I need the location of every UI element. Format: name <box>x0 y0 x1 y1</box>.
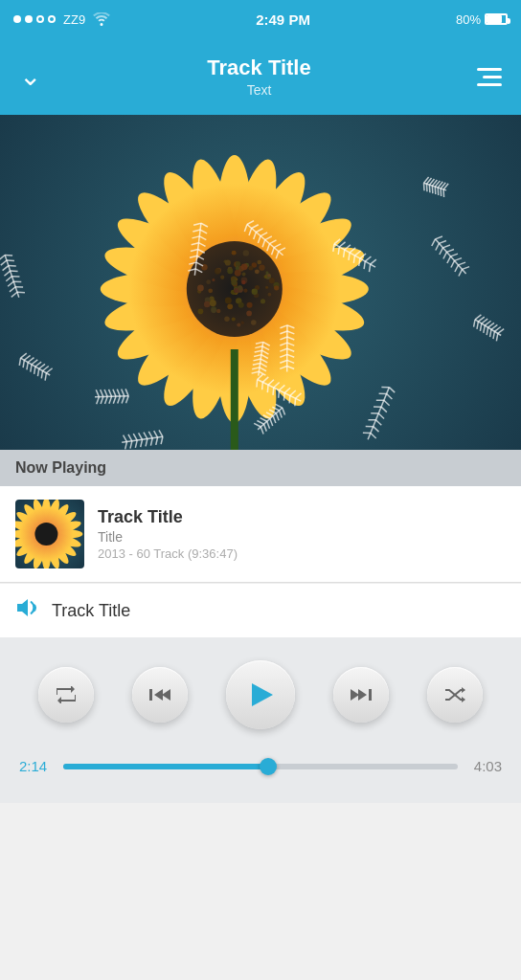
svg-rect-0 <box>149 689 152 701</box>
now-playing-header: Now Playing <box>0 450 521 486</box>
current-track-row: Track Title <box>0 583 521 637</box>
signal-dot-1 <box>13 15 21 23</box>
album-art <box>0 115 521 450</box>
track-info-row: Track Title Title 2013 - 60 Track (9:36:… <box>0 486 521 583</box>
progress-section: 2:14 4:03 <box>19 750 502 793</box>
album-art-canvas <box>0 115 521 450</box>
back-chevron-button[interactable]: ⌄ <box>19 63 41 90</box>
header-subtitle: Text <box>207 82 310 98</box>
battery-indicator: 80% <box>456 12 508 27</box>
total-time-label: 4:03 <box>467 758 502 774</box>
status-left: ZZ9 <box>13 12 110 27</box>
battery-percent: 80% <box>456 12 481 27</box>
wifi-icon <box>93 12 110 26</box>
menu-line-2 <box>483 76 502 78</box>
svg-rect-3 <box>369 689 372 701</box>
svg-marker-5 <box>351 689 359 701</box>
svg-marker-4 <box>358 689 367 701</box>
repeat-icon <box>56 686 77 703</box>
play-button[interactable] <box>226 660 295 729</box>
svg-marker-2 <box>162 689 170 701</box>
track-details: Track Title Title 2013 - 60 Track (9:36:… <box>98 507 238 561</box>
progress-bar[interactable] <box>63 764 458 769</box>
controls-buttons <box>19 660 502 729</box>
now-playing-section: Now Playing Track Title Title 2013 - 60 … <box>0 450 521 637</box>
rewind-icon <box>149 686 170 703</box>
battery-fill <box>487 15 502 23</box>
menu-line-3 <box>477 83 502 86</box>
signal-dot-2 <box>25 15 33 23</box>
track-name: Track Title <box>98 507 238 527</box>
status-bar: ZZ9 2:49 PM 80% <box>0 0 521 38</box>
current-time-label: 2:14 <box>19 758 54 774</box>
current-track-name: Track Title <box>52 601 130 621</box>
shuffle-icon <box>444 686 465 703</box>
menu-button[interactable] <box>477 68 502 86</box>
battery-icon <box>485 13 508 25</box>
track-album: Title <box>98 529 238 545</box>
signal-dot-4 <box>48 15 56 23</box>
menu-line-1 <box>477 68 502 71</box>
svg-marker-7 <box>462 697 465 702</box>
carrier-label: ZZ9 <box>63 12 85 27</box>
speaker-svg <box>15 597 40 618</box>
controls-section: 2:14 4:03 <box>0 637 521 803</box>
fast-forward-button[interactable] <box>333 667 389 723</box>
track-meta: 2013 - 60 Track (9:36:47) <box>98 546 238 561</box>
shuffle-button[interactable] <box>427 667 483 723</box>
progress-fill <box>63 764 268 769</box>
fast-forward-icon <box>351 686 372 703</box>
rewind-button[interactable] <box>132 667 188 723</box>
time-label: 2:49 PM <box>256 11 310 28</box>
play-triangle-icon <box>252 683 273 706</box>
signal-dot-3 <box>36 15 44 23</box>
header-title-block: Track Title Text <box>207 56 310 98</box>
progress-thumb[interactable] <box>260 758 277 775</box>
speaker-icon <box>15 597 40 624</box>
svg-marker-1 <box>154 689 163 701</box>
header: ⌄ Track Title Text <box>0 38 521 115</box>
repeat-button[interactable] <box>38 667 94 723</box>
thumb-canvas <box>15 500 84 568</box>
header-track-title: Track Title <box>207 56 310 80</box>
track-thumbnail <box>15 500 84 568</box>
svg-marker-6 <box>462 687 465 693</box>
